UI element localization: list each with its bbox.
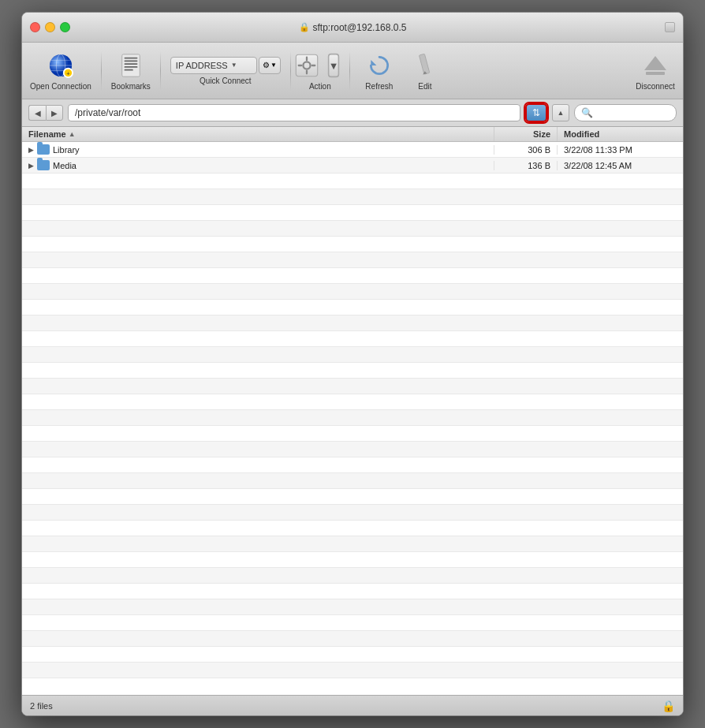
toolbar: + Open Connection Bookmarks (22, 43, 683, 99)
table-row[interactable]: ▶ Media 136 B 3/22/08 12:45 AM (22, 158, 683, 174)
empty-row (22, 237, 683, 252)
close-button[interactable] (30, 22, 40, 32)
size-header-text: Size (533, 129, 550, 139)
empty-row (22, 426, 683, 442)
refresh-button[interactable]: Refresh (360, 51, 399, 91)
action-label: Action (309, 82, 331, 91)
table-row[interactable]: ▶ Library 306 B 3/22/08 11:33 PM (22, 142, 683, 158)
empty-row (22, 457, 683, 473)
refresh-icon (365, 51, 394, 80)
svg-rect-22 (419, 54, 429, 74)
expand-arrow-icon[interactable]: ▶ (28, 162, 34, 170)
empty-row (22, 410, 683, 426)
empty-row (22, 252, 683, 268)
empty-name-cell (22, 192, 494, 202)
filename-header-text: Filename (28, 129, 66, 139)
separator-4 (349, 51, 350, 91)
forward-button[interactable]: ▶ (46, 105, 63, 121)
empty-name-cell (22, 618, 494, 628)
empty-name-cell (22, 587, 494, 596)
empty-name-cell (22, 429, 494, 439)
file-name-text: Media (53, 161, 76, 170)
empty-name-cell (22, 271, 494, 281)
back-button[interactable]: ◀ (28, 105, 46, 121)
address-bar: ◀ ▶ /private/var/root ⇅ ▲ 🔍 (22, 99, 683, 127)
quick-connect-label: Quick Connect (200, 77, 252, 85)
size-column-header[interactable]: Size (494, 127, 557, 141)
file-size-cell: 136 B (494, 161, 557, 170)
file-modified-cell: 3/22/08 12:45 AM (557, 161, 683, 170)
disconnect-icon (641, 51, 670, 80)
filename-sort-arrow: ▲ (69, 130, 76, 138)
status-lock-icon: 🔒 (662, 700, 675, 712)
modified-column-header[interactable]: Modified (557, 127, 683, 141)
file-name-cell: ▶ Library (22, 144, 494, 155)
open-connection-button[interactable]: + Open Connection (30, 51, 91, 91)
empty-name-cell (22, 287, 494, 297)
ip-address-select[interactable]: IP ADDRESS ▼ (170, 57, 257, 74)
empty-row (22, 347, 683, 363)
maximize-button[interactable] (60, 22, 70, 32)
svg-text:▼: ▼ (329, 59, 339, 71)
window-title: 🔒 sftp:root@192.168.0.5 (299, 22, 407, 33)
path-field[interactable]: /private/var/root (68, 104, 520, 121)
empty-name-cell (22, 650, 494, 659)
resize-icon (665, 22, 675, 32)
svg-marker-21 (371, 59, 376, 65)
empty-row (22, 221, 683, 237)
file-list: Filename ▲ Size Modified ▶ Library 306 B… (22, 127, 683, 695)
svg-rect-12 (124, 69, 132, 70)
empty-row (22, 394, 683, 410)
empty-name-cell (22, 366, 494, 375)
empty-name-cell (22, 461, 494, 470)
file-rows-container: ▶ Library 306 B 3/22/08 11:33 PM ▶ Media… (22, 142, 683, 174)
bookmarks-button[interactable]: Bookmarks (111, 51, 151, 91)
refresh-label: Refresh (365, 82, 393, 91)
filename-column-header[interactable]: Filename ▲ (22, 127, 494, 141)
empty-row (22, 615, 683, 631)
empty-name-cell (22, 319, 494, 328)
sort-updown-icon: ⇅ (532, 107, 540, 118)
empty-row (22, 521, 683, 536)
empty-name-cell (22, 334, 494, 344)
open-connection-icon: + (47, 51, 75, 80)
empty-name-cell (22, 240, 494, 249)
empty-rows (22, 174, 683, 678)
disconnect-button[interactable]: Disconnect (636, 51, 675, 91)
empty-row (22, 189, 683, 205)
traffic-lights (30, 22, 70, 32)
search-icon: 🔍 (581, 107, 593, 118)
edit-button[interactable]: Edit (405, 51, 445, 91)
modified-header-text: Modified (564, 129, 599, 139)
search-field[interactable]: 🔍 (574, 104, 677, 121)
edit-label: Edit (418, 82, 431, 91)
bookmarks-icon (117, 51, 145, 80)
empty-row (22, 505, 683, 521)
sort-toggle-button[interactable]: ⇅ (525, 103, 547, 122)
action-button[interactable]: ▼ Action (300, 51, 340, 91)
back-icon: ◀ (35, 109, 41, 118)
empty-name-cell (22, 413, 494, 423)
empty-row (22, 363, 683, 379)
empty-row (22, 205, 683, 221)
empty-row (22, 489, 683, 505)
folder-icon (37, 160, 50, 170)
sort-asc-button[interactable]: ▲ (552, 104, 569, 121)
action-settings-button[interactable]: ⚙ ▼ (259, 57, 281, 74)
empty-row (22, 315, 683, 331)
expand-arrow-icon[interactable]: ▶ (28, 146, 34, 154)
empty-row (22, 473, 683, 489)
file-modified-cell: 3/22/08 11:33 PM (557, 145, 683, 155)
status-bar: 2 files 🔒 (22, 695, 683, 715)
empty-name-cell (22, 382, 494, 391)
folder-icon (37, 144, 50, 155)
content-area: Filename ▲ Size Modified ▶ Library 306 B… (22, 127, 683, 695)
quick-connect-group: IP ADDRESS ▼ ⚙ ▼ Quick Connect (170, 57, 281, 85)
empty-name-cell (22, 445, 494, 454)
minimize-button[interactable] (45, 22, 55, 32)
empty-name-cell (22, 571, 494, 581)
svg-text:+: + (66, 70, 70, 77)
empty-name-cell (22, 539, 494, 549)
title-text: sftp:root@192.168.0.5 (313, 22, 407, 33)
empty-name-cell (22, 224, 494, 233)
